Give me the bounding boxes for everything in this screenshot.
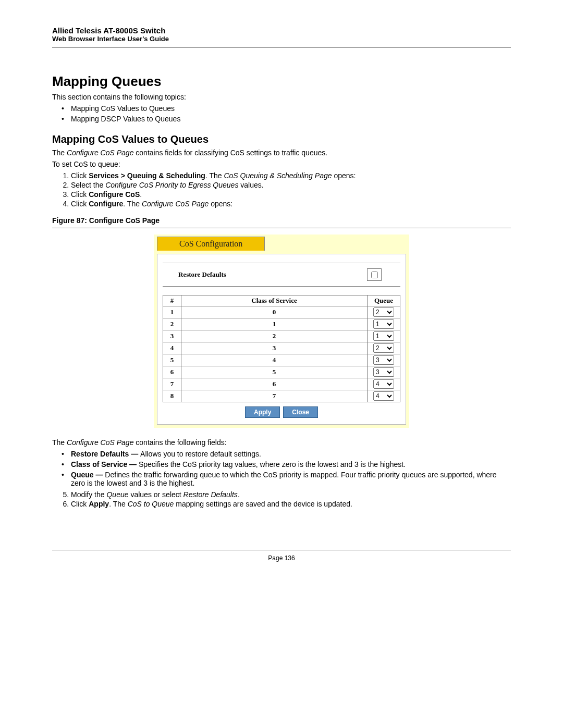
steps-list-cont: Modify the Queue values or select Restor… <box>52 490 511 508</box>
tab-row: CoS Configuration <box>157 237 409 251</box>
table-row: 102 <box>163 306 400 318</box>
intro-text: This section contains the following topi… <box>52 93 511 101</box>
step-item: Click Apply. The CoS to Queue mapping se… <box>71 500 511 508</box>
queue-cell: 4 <box>368 378 400 390</box>
row-index: 3 <box>163 330 181 342</box>
figure-rule <box>52 228 511 228</box>
queue-cell: 2 <box>368 342 400 354</box>
restore-defaults-checkbox-wrap <box>367 268 382 281</box>
cos-value: 5 <box>181 366 368 378</box>
topics-list: Mapping CoS Values to Queues Mapping DSC… <box>52 104 511 123</box>
table-row: 874 <box>163 390 400 402</box>
cos-value: 2 <box>181 330 368 342</box>
subsection-heading: Mapping CoS Values to Queues <box>52 133 511 145</box>
field-item: Class of Service — Specifies the CoS pri… <box>71 460 511 468</box>
step-item: Select the Configure CoS Priority to Egr… <box>71 181 511 189</box>
queue-cell: 1 <box>368 318 400 330</box>
steps-list: Click Services > Queuing & Scheduling. T… <box>52 171 511 208</box>
paragraph: The Configure CoS Page contains the foll… <box>52 438 511 447</box>
footer-rule <box>52 550 511 550</box>
doc-subtitle: Web Browser Interface User's Guide <box>52 35 511 43</box>
queue-select[interactable]: 2 <box>373 307 394 317</box>
button-row: Apply Close <box>163 402 400 419</box>
close-button[interactable]: Close <box>283 406 318 418</box>
table-row: 543 <box>163 354 400 366</box>
topic-item: Mapping DSCP Values to Queues <box>71 115 511 123</box>
queue-cell: 2 <box>368 306 400 318</box>
cos-value: 1 <box>181 318 368 330</box>
cos-value: 3 <box>181 342 368 354</box>
queue-cell: 3 <box>368 366 400 378</box>
table-row: 764 <box>163 378 400 390</box>
queue-cell: 4 <box>368 390 400 402</box>
figure-caption: Figure 87: Configure CoS Page <box>52 216 511 225</box>
step-item: Modify the Queue values or select Restor… <box>71 490 511 499</box>
col-header-cos: Class of Service <box>181 295 368 306</box>
queue-select[interactable]: 1 <box>373 319 394 329</box>
cos-value: 0 <box>181 306 368 318</box>
header-rule <box>52 47 511 47</box>
row-index: 6 <box>163 366 181 378</box>
paragraph: To set CoS to queue: <box>52 160 511 168</box>
cos-table: # Class of Service Queue 102211321432543… <box>163 295 400 402</box>
section-heading: Mapping Queues <box>52 73 511 90</box>
queue-select[interactable]: 3 <box>373 355 394 365</box>
field-item: Queue — Defines the traffic forwarding q… <box>71 471 511 487</box>
figure-panel: Restore Defaults # Class of Service Queu… <box>157 254 406 425</box>
step-item: Click Services > Queuing & Scheduling. T… <box>71 171 511 180</box>
restore-defaults-row: Restore Defaults <box>163 263 400 287</box>
figure-container: CoS Configuration Restore Defaults # Cla… <box>52 235 511 428</box>
cos-config-figure: CoS Configuration Restore Defaults # Cla… <box>154 235 409 428</box>
step-item: Click Configure CoS. <box>71 190 511 199</box>
col-header-queue: Queue <box>368 295 400 306</box>
queue-cell: 1 <box>368 330 400 342</box>
queue-select[interactable]: 4 <box>373 379 394 389</box>
topic-item: Mapping CoS Values to Queues <box>71 104 511 113</box>
cos-value: 4 <box>181 354 368 366</box>
col-header-num: # <box>163 295 181 306</box>
cos-value: 6 <box>181 378 368 390</box>
paragraph: The Configure CoS Page contains fields f… <box>52 149 511 157</box>
apply-button[interactable]: Apply <box>245 406 280 418</box>
table-row: 211 <box>163 318 400 330</box>
step-item: Click Configure. The Configure CoS Page … <box>71 200 511 208</box>
table-row: 321 <box>163 330 400 342</box>
row-index: 2 <box>163 318 181 330</box>
page-header: Allied Telesis AT-8000S Switch Web Brows… <box>52 26 511 43</box>
page-number: Page 136 <box>52 554 511 562</box>
queue-cell: 3 <box>368 354 400 366</box>
table-row: 432 <box>163 342 400 354</box>
row-index: 8 <box>163 390 181 402</box>
row-index: 7 <box>163 378 181 390</box>
table-row: 653 <box>163 366 400 378</box>
cos-value: 7 <box>181 390 368 402</box>
row-index: 1 <box>163 306 181 318</box>
row-index: 4 <box>163 342 181 354</box>
queue-select[interactable]: 3 <box>373 367 394 377</box>
queue-select[interactable]: 1 <box>373 331 394 341</box>
restore-defaults-checkbox[interactable] <box>371 272 378 278</box>
row-index: 5 <box>163 354 181 366</box>
tab-cos-configuration[interactable]: CoS Configuration <box>157 237 265 251</box>
queue-select[interactable]: 4 <box>373 391 394 401</box>
restore-defaults-label: Restore Defaults <box>178 270 367 279</box>
fields-list: Restore Defaults — Allows you to restore… <box>52 450 511 487</box>
doc-title: Allied Telesis AT-8000S Switch <box>52 26 511 35</box>
queue-select[interactable]: 2 <box>373 343 394 353</box>
field-item: Restore Defaults — Allows you to restore… <box>71 450 511 458</box>
